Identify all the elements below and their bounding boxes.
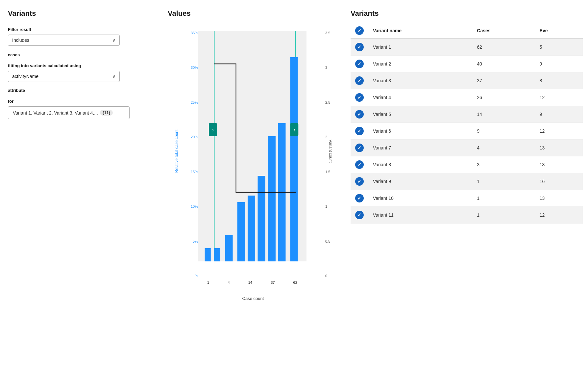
row-check-cell: ✓	[351, 56, 368, 72]
chart-svg: › ‹	[198, 31, 306, 261]
check-icon[interactable]: ✓	[355, 76, 364, 85]
table-row: ✓ Variant 9 1 16	[351, 173, 583, 190]
table-header-row: ✓ Variant name Cases Eve	[351, 23, 583, 39]
row-cases: 62	[472, 39, 535, 56]
table-row: ✓ Variant 8 3 13	[351, 156, 583, 173]
row-check-cell: ✓	[351, 156, 368, 173]
y-ticks-left: 35% 30% 25% 20% 15% 10% 5% %	[186, 31, 198, 278]
row-check-cell: ✓	[351, 89, 368, 106]
table-row: ✓ Variant 10 1 13	[351, 190, 583, 207]
row-variant-name: Variant 9	[368, 173, 472, 190]
row-eve: 12	[535, 207, 583, 224]
table-row: ✓ Variant 3 37 8	[351, 72, 583, 89]
check-icon[interactable]: ✓	[355, 93, 364, 102]
row-variant-name: Variant 1	[368, 39, 472, 56]
svg-rect-3	[205, 248, 211, 261]
for-label: for	[8, 99, 153, 104]
row-cases: 14	[472, 106, 535, 123]
row-eve: 5	[535, 39, 583, 56]
table-row: ✓ Variant 5 14 9	[351, 106, 583, 123]
x-axis-label: Case count	[242, 296, 264, 301]
cases-label: cases	[8, 52, 153, 57]
for-value-text: Variant 1, Variant 2, Variant 3, Variant…	[13, 110, 98, 116]
table-row: ✓ Variant 2 40 9	[351, 56, 583, 72]
left-panel: Variants Filter result Includes ∨ cases …	[0, 0, 161, 374]
svg-rect-6	[237, 202, 245, 261]
row-eve: 13	[535, 190, 583, 207]
col-header-name: Variant name	[368, 23, 472, 39]
svg-rect-11	[290, 57, 298, 261]
header-check-icon[interactable]: ✓	[355, 26, 364, 35]
right-panel: Variants ✓ Variant name Cases Eve ✓ Va	[345, 0, 588, 374]
svg-rect-9	[268, 136, 276, 261]
right-panel-title: Variants	[351, 9, 583, 18]
check-icon[interactable]: ✓	[355, 43, 364, 51]
filter-result-label: Filter result	[8, 27, 153, 32]
table-row: ✓ Variant 1 62 5	[351, 39, 583, 56]
check-icon[interactable]: ✓	[355, 144, 364, 152]
row-eve: 12	[535, 123, 583, 140]
check-icon[interactable]: ✓	[355, 110, 364, 119]
row-check-cell: ✓	[351, 123, 368, 140]
attribute-label: attribute	[8, 88, 153, 93]
row-check-cell: ✓	[351, 207, 368, 224]
row-check-cell: ✓	[351, 173, 368, 190]
y-axis-left-label: Relative total case count	[168, 24, 186, 278]
row-check-cell: ✓	[351, 39, 368, 56]
svg-rect-4	[214, 248, 220, 261]
svg-text:‹: ‹	[293, 126, 295, 133]
row-eve: 8	[535, 72, 583, 89]
row-cases: 4	[472, 140, 535, 156]
filter-result-value: Includes	[12, 38, 29, 43]
row-variant-name: Variant 10	[368, 190, 472, 207]
row-eve: 13	[535, 140, 583, 156]
row-cases: 1	[472, 190, 535, 207]
svg-rect-7	[248, 196, 255, 261]
row-eve: 13	[535, 156, 583, 173]
y-ticks-right: 3.5 3 2.5 2 1.5 1 0.5 0	[324, 31, 338, 278]
col-header-cases: Cases	[472, 23, 535, 39]
row-cases: 9	[472, 123, 535, 140]
row-variant-name: Variant 5	[368, 106, 472, 123]
row-variant-name: Variant 8	[368, 156, 472, 173]
row-check-cell: ✓	[351, 106, 368, 123]
row-variant-name: Variant 3	[368, 72, 472, 89]
row-cases: 1	[472, 207, 535, 224]
row-variant-name: Variant 4	[368, 89, 472, 106]
row-cases: 1	[472, 173, 535, 190]
chart-title: Values	[168, 9, 338, 18]
row-eve: 9	[535, 56, 583, 72]
row-eve: 16	[535, 173, 583, 190]
table-row: ✓ Variant 6 9 12	[351, 123, 583, 140]
row-variant-name: Variant 2	[368, 56, 472, 72]
col-header-eve: Eve	[535, 23, 583, 39]
table-row: ✓ Variant 4 26 12	[351, 89, 583, 106]
check-icon[interactable]: ✓	[355, 160, 364, 169]
col-header-check: ✓	[351, 23, 368, 39]
row-check-cell: ✓	[351, 190, 368, 207]
chevron-down-icon: ∨	[112, 38, 115, 43]
row-eve: 12	[535, 89, 583, 106]
table-row: ✓ Variant 11 1 12	[351, 207, 583, 224]
fitting-value: activityName	[12, 74, 38, 79]
for-count-badge: (11)	[100, 110, 113, 116]
chart-container: Relative total case count Variant count …	[168, 24, 338, 304]
variants-table: ✓ Variant name Cases Eve ✓ Variant 1 62 …	[351, 23, 583, 224]
row-check-cell: ✓	[351, 72, 368, 89]
row-eve: 9	[535, 106, 583, 123]
row-cases: 37	[472, 72, 535, 89]
table-row: ✓ Variant 7 4 13	[351, 140, 583, 156]
check-icon[interactable]: ✓	[355, 211, 364, 219]
row-variant-name: Variant 6	[368, 123, 472, 140]
fitting-dropdown[interactable]: activityName ∨	[8, 71, 120, 82]
check-icon[interactable]: ✓	[355, 177, 364, 186]
check-icon[interactable]: ✓	[355, 60, 364, 68]
svg-rect-5	[225, 235, 233, 261]
row-cases: 26	[472, 89, 535, 106]
check-icon[interactable]: ✓	[355, 194, 364, 202]
for-value-box[interactable]: Variant 1, Variant 2, Variant 3, Variant…	[8, 106, 130, 119]
check-icon[interactable]: ✓	[355, 127, 364, 135]
row-cases: 40	[472, 56, 535, 72]
chevron-down-icon-2: ∨	[112, 74, 115, 79]
filter-result-dropdown[interactable]: Includes ∨	[8, 35, 120, 46]
